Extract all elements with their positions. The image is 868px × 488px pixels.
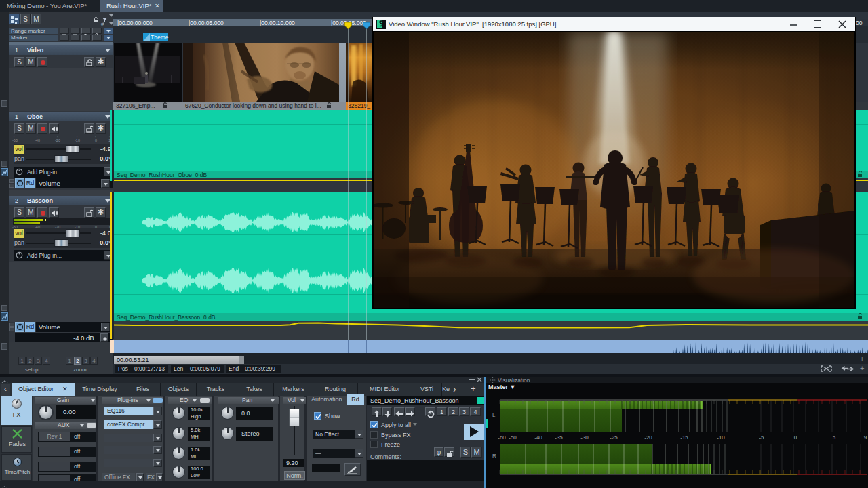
svg-text:-5: -5 — [759, 434, 764, 441]
svg-text:-25: -25 — [610, 434, 618, 441]
svg-text:9: 9 — [864, 434, 867, 441]
svg-text:-30: -30 — [580, 434, 589, 441]
svg-text:-10: -10 — [717, 434, 725, 441]
svg-text:0: 0 — [794, 434, 797, 441]
svg-text:-60: -60 — [498, 434, 506, 441]
svg-text:-40: -40 — [534, 434, 542, 441]
svg-text:-50: -50 — [509, 434, 517, 441]
svg-text:-35: -35 — [555, 434, 563, 441]
svg-text:-20: -20 — [644, 434, 652, 441]
svg-text:5: 5 — [833, 434, 836, 441]
svg-text:-15: -15 — [680, 434, 688, 441]
